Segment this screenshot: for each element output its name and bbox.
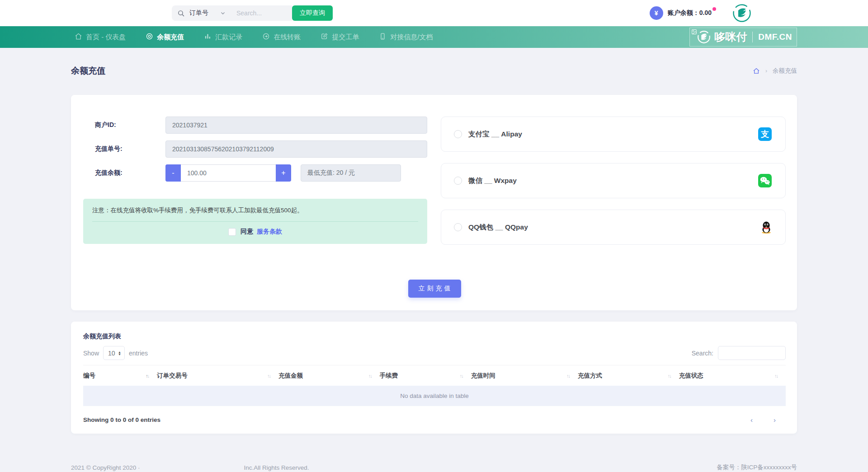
brand-domain: DMF.CN — [758, 32, 792, 42]
minus-button[interactable]: - — [165, 164, 181, 182]
recharge-form: 商户ID: 充值单号: 充值余额: - + 最低充值: 20 / 元 — [83, 117, 427, 256]
account-balance: 账户余额：0.00 — [668, 9, 715, 17]
amount-field[interactable] — [181, 164, 276, 182]
recharge-submit-button[interactable]: 立刻充值 — [408, 280, 461, 298]
nav-item-label: 对接信息/文档 — [390, 33, 433, 42]
column-header[interactable]: 充值方式 ↑↓ — [578, 365, 679, 386]
nav-item-recharge[interactable]: 余额充值 — [146, 33, 184, 42]
column-header[interactable]: 充值金额 ↑↓ — [278, 365, 380, 386]
empty-text: No data available in table — [400, 393, 469, 399]
wechat-radio[interactable] — [454, 177, 462, 185]
order-search-box: 订单号 — [172, 5, 292, 21]
column-header[interactable]: 充值时间 ↑↓ — [471, 365, 578, 386]
table-search-input[interactable] — [718, 346, 786, 360]
nav-item-label: 在线转账 — [274, 33, 301, 42]
avatar[interactable] — [732, 4, 751, 23]
page-size-group: Show 10 ▲▼ entries — [83, 346, 148, 360]
table-empty-row: No data available in table — [83, 386, 786, 406]
alipay-icon: 支 — [758, 127, 772, 141]
nav-item-transfer[interactable]: 在线转账 — [262, 33, 301, 42]
broken-image-icon — [691, 29, 697, 35]
qq-radio[interactable] — [454, 223, 462, 231]
payment-methods: 支付宝 __ Alipay 支 微信 __ Wxpay — [441, 117, 786, 256]
wechat-icon — [758, 174, 772, 187]
payment-option-label: 微信 __ Wxpay — [468, 176, 517, 186]
page-header: 余额充值 › 余额充值 — [0, 48, 868, 95]
search-category-value: 订单号 — [189, 9, 208, 17]
chevron-down-icon — [220, 10, 226, 16]
entries-label: entries — [129, 350, 148, 357]
transfer-icon — [262, 33, 270, 42]
sort-icon: ↑↓ — [668, 373, 671, 379]
search-submit-button[interactable]: 立即查询 — [292, 5, 333, 21]
nav-item-label: 提交工单 — [332, 33, 359, 42]
nav-item-docs[interactable]: 对接信息/文档 — [379, 33, 433, 42]
page-size-select[interactable]: 10 ▲▼ — [103, 346, 125, 360]
payment-option-label: QQ钱包 __ QQpay — [468, 223, 528, 232]
sort-icon: ↑↓ — [368, 373, 372, 379]
payment-option-wechat[interactable]: 微信 __ Wxpay — [441, 163, 786, 198]
recharge-card: 商户ID: 充值单号: 充值余额: - + 最低充值: 20 / 元 — [71, 95, 797, 310]
order-no-row: 充值单号: — [95, 140, 427, 158]
balance-value: 0.00 — [699, 9, 712, 16]
table-info: Showing 0 to 0 of 0 entries — [83, 416, 160, 423]
nav-item-label: 首页 - 仪表盘 — [86, 33, 126, 42]
sort-icon: ↑↓ — [146, 373, 149, 379]
breadcrumb-current: 余额充值 — [773, 67, 797, 75]
min-recharge-text: 最低充值: 20 / 元 — [307, 169, 355, 177]
sort-icon: ↑↓ — [774, 373, 778, 379]
main-nav: 首页 - 仪表盘 余额充值 汇款记录 在线转账 提交工单 对接信息/文档 — [0, 26, 868, 48]
payment-option-qq[interactable]: QQ钱包 __ QQpay — [441, 210, 786, 245]
top-bar: 订单号 立即查询 ¥ 账户余额：0.00 — [0, 0, 868, 26]
agree-checkbox[interactable] — [228, 228, 236, 236]
search-input[interactable] — [236, 9, 284, 17]
ticket-icon — [321, 33, 328, 42]
prev-page-button[interactable]: ‹ — [750, 416, 753, 424]
payment-option-label: 支付宝 __ Alipay — [468, 130, 522, 139]
nav-item-remittance[interactable]: 汇款记录 — [204, 33, 242, 42]
table-search-group: Search: — [692, 346, 786, 360]
min-recharge-box: 最低充值: 20 / 元 — [301, 164, 401, 182]
next-page-button[interactable]: › — [774, 416, 776, 424]
recharge-icon — [146, 33, 153, 42]
breadcrumb-home-icon[interactable] — [753, 67, 760, 75]
agree-label: 同意 — [241, 228, 253, 236]
page-title: 余额充值 — [71, 65, 105, 77]
main-content: 商户ID: 充值单号: 充值余额: - + 最低充值: 20 / 元 — [71, 95, 797, 434]
sort-icon: ↑↓ — [566, 373, 570, 379]
merchant-id-field[interactable] — [165, 117, 427, 134]
updown-icon: ▲▼ — [118, 351, 121, 355]
notice-divider — [92, 221, 418, 222]
order-no-field[interactable] — [165, 140, 427, 158]
column-header[interactable]: 订单交易号 ↑↓ — [157, 365, 278, 386]
notice-box: 注意：在线充值将收取%手续费用，免手续费可联系人工加款最低充值500起。 同意 … — [83, 199, 427, 244]
alipay-radio[interactable] — [454, 130, 462, 138]
recharge-list-card: 余额充值列表 Show 10 ▲▼ entries Search: 编号 ↑↓ — [71, 322, 797, 434]
search-category-select[interactable]: 订单号 — [189, 9, 226, 17]
terms-link[interactable]: 服务条款 — [257, 228, 282, 236]
footer-copyright: 2021 © CopyRight 2020 · — [71, 464, 140, 471]
footer-rights: Inc.All Rights Reserved. — [244, 464, 309, 471]
payment-option-alipay[interactable]: 支付宝 __ Alipay 支 — [441, 117, 786, 152]
table-search-label: Search: — [692, 350, 713, 357]
plus-button[interactable]: + — [276, 164, 291, 182]
column-header[interactable]: 手续费 ↑↓ — [380, 365, 471, 386]
nav-item-label: 汇款记录 — [215, 33, 242, 42]
nav-item-dashboard[interactable]: 首页 - 仪表盘 — [75, 33, 126, 42]
account-area: ¥ 账户余额：0.00 — [650, 4, 751, 23]
brand-logo[interactable]: 哆咪付 DMF.CN — [689, 28, 797, 47]
quantity-stepper: - + — [165, 164, 291, 182]
column-header[interactable]: 充值状态 ↑↓ — [679, 365, 786, 386]
recharge-table: 编号 ↑↓ 订单交易号 ↑↓ 充值金额 ↑↓ 手续费 ↑↓ 充值时间 ↑↓ — [83, 365, 786, 406]
nav-item-ticket[interactable]: 提交工单 — [321, 33, 359, 42]
pagination: ‹ › — [750, 416, 786, 424]
amount-row: 充值余额: - + 最低充值: 20 / 元 — [95, 164, 427, 182]
balance-label: 账户余额： — [668, 9, 699, 16]
qq-icon — [761, 221, 772, 234]
table-header-row: 编号 ↑↓ 订单交易号 ↑↓ 充值金额 ↑↓ 手续费 ↑↓ 充值时间 ↑↓ — [83, 365, 786, 386]
brand-divider — [752, 32, 753, 42]
notice-text: 注意：在线充值将收取%手续费用，免手续费可联系人工加款最低充值500起。 — [92, 206, 418, 215]
merchant-id-label: 商户ID: — [95, 121, 165, 129]
breadcrumb-separator: › — [765, 68, 767, 74]
column-header[interactable]: 编号 ↑↓ — [83, 365, 157, 386]
